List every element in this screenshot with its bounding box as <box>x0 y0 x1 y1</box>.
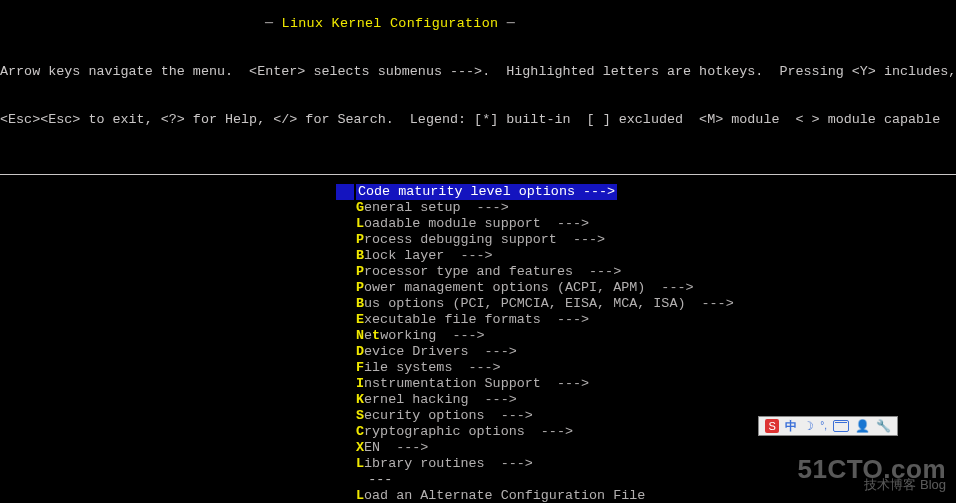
selection-indicator <box>336 184 354 200</box>
menu-item[interactable]: XEN ---> <box>336 440 956 456</box>
person-icon[interactable]: 👤 <box>855 418 870 434</box>
selection-indicator <box>336 280 354 296</box>
ime-lang-icon[interactable]: 中 <box>785 418 797 434</box>
action-label: oad an Alternate Configuration File <box>364 488 645 503</box>
sogou-icon[interactable]: S <box>765 419 779 433</box>
hotkey: L <box>356 488 364 503</box>
selection-indicator <box>336 392 354 408</box>
hotkey: C <box>356 424 364 440</box>
help-text: Arrow keys navigate the menu. <Enter> se… <box>0 32 956 144</box>
action-item[interactable]: Load an Alternate Configuration File <box>336 488 956 503</box>
hotkey: E <box>356 312 364 328</box>
hotkey: K <box>356 392 364 408</box>
menu-item-label: e <box>364 328 372 344</box>
selection-indicator <box>336 296 354 312</box>
menu-item-label: Code maturity level options ---> <box>356 184 617 200</box>
menu-item[interactable]: Process debugging support ---> <box>336 232 956 248</box>
menu-item-label: ernel hacking ---> <box>364 392 517 408</box>
menu-item-label: ryptographic options ---> <box>364 424 573 440</box>
settings-icon[interactable]: 🔧 <box>876 418 891 434</box>
hotkey: B <box>356 248 364 264</box>
menu-item[interactable]: Executable file formats ---> <box>336 312 956 328</box>
punct-icon[interactable]: °, <box>820 418 827 434</box>
menu-item[interactable]: Block layer ---> <box>336 248 956 264</box>
ime-tray[interactable]: S 中 ☽ °, 👤 🔧 <box>758 416 898 436</box>
menu-item-label: ile systems ---> <box>364 360 501 376</box>
hotkey: N <box>356 328 364 344</box>
selection-indicator <box>336 232 354 248</box>
window-title: ─ Linux Kernel Configuration ─ <box>0 0 956 32</box>
menu-item-label: us options (PCI, PCMCIA, EISA, MCA, ISA)… <box>364 296 734 312</box>
selection-indicator <box>336 376 354 392</box>
menu-item-label: rocess debugging support ---> <box>364 232 605 248</box>
hotkey: L <box>356 216 364 232</box>
selection-indicator <box>336 408 354 424</box>
hotkey: D <box>356 344 364 360</box>
selection-indicator <box>336 264 354 280</box>
hotkey: G <box>356 200 364 216</box>
selection-indicator <box>336 312 354 328</box>
menu-item-label: ower management options (ACPI, APM) ---> <box>364 280 693 296</box>
menu-item[interactable]: Instrumentation Support ---> <box>336 376 956 392</box>
hotkey: S <box>356 408 364 424</box>
menu-item-label: rocessor type and features ---> <box>364 264 621 280</box>
menu-item[interactable]: General setup ---> <box>336 200 956 216</box>
selection-indicator <box>336 200 354 216</box>
menu-item-label: ecurity options ---> <box>364 408 533 424</box>
selection-indicator <box>336 360 354 376</box>
keyboard-icon[interactable] <box>833 420 849 432</box>
moon-icon[interactable]: ☽ <box>803 418 814 434</box>
menu-item[interactable]: Networking ---> <box>336 328 956 344</box>
hotkey: B <box>356 296 364 312</box>
menu-item[interactable]: Device Drivers ---> <box>336 344 956 360</box>
menu-item[interactable]: Processor type and features ---> <box>336 264 956 280</box>
menu-item[interactable]: Power management options (ACPI, APM) ---… <box>336 280 956 296</box>
hotkey: I <box>356 376 364 392</box>
menu-item-label: ibrary routines ---> <box>364 456 533 472</box>
menu-item-label: evice Drivers ---> <box>364 344 517 360</box>
hotkey: P <box>356 232 364 248</box>
selection-indicator <box>336 440 354 456</box>
menu-item-label: eneral setup ---> <box>364 200 509 216</box>
hotkey: X <box>356 440 364 456</box>
menu-item[interactable]: Loadable module support ---> <box>336 216 956 232</box>
hotkey: P <box>356 280 364 296</box>
menu-item[interactable]: File systems ---> <box>336 360 956 376</box>
divider <box>0 174 956 175</box>
menu-item-label: nstrumentation Support ---> <box>364 376 589 392</box>
menu-item-label: lock layer ---> <box>364 248 493 264</box>
selection-indicator <box>336 328 354 344</box>
menu-item[interactable]: Library routines ---> <box>336 456 956 472</box>
selection-indicator <box>336 456 354 472</box>
menu-item-label: oadable module support ---> <box>364 216 589 232</box>
actions-menu[interactable]: Load an Alternate Configuration FileSave… <box>336 488 956 503</box>
hotkey: F <box>356 360 364 376</box>
menu-item[interactable]: Code maturity level options ---> <box>336 184 956 200</box>
menu-item-label: xecutable file formats ---> <box>364 312 589 328</box>
selection-indicator <box>336 248 354 264</box>
menu-item[interactable]: Bus options (PCI, PCMCIA, EISA, MCA, ISA… <box>336 296 956 312</box>
hotkey: L <box>356 456 364 472</box>
hotkey: P <box>356 264 364 280</box>
selection-indicator <box>336 216 354 232</box>
menu-separator: --- <box>336 472 956 488</box>
selection-indicator <box>336 424 354 440</box>
menu-item[interactable]: Kernel hacking ---> <box>336 392 956 408</box>
selection-indicator <box>336 344 354 360</box>
menu-item-label: EN ---> <box>364 440 428 456</box>
